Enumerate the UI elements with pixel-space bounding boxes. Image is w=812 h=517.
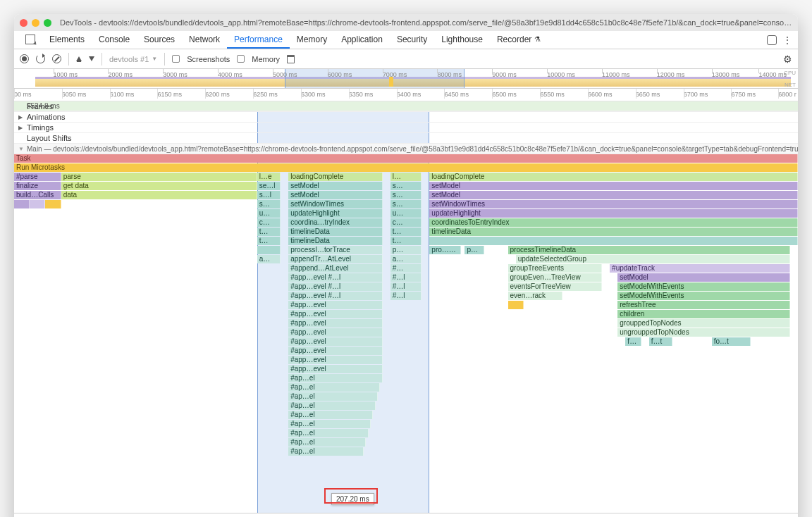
flame-segment[interactable]: Task	[14, 154, 798, 163]
flame-segment[interactable]	[257, 246, 281, 254]
flame-segment[interactable]: l…	[390, 173, 422, 181]
flame-segment[interactable]: #app…evel	[288, 365, 382, 373]
flame-segment[interactable]: #updateTrack	[610, 264, 790, 273]
flame-segment[interactable]: children	[617, 310, 790, 318]
flame-segment[interactable]: #ap…el	[288, 383, 380, 392]
flame-segment[interactable]: t…	[257, 228, 281, 236]
tab-network[interactable]: Network	[182, 31, 227, 49]
flame-segment[interactable]: setModel	[288, 191, 382, 199]
flame-segment[interactable]: #…l	[390, 273, 422, 282]
flame-segment[interactable]: a…	[257, 255, 281, 263]
flame-segment[interactable]: #app…evel	[288, 319, 382, 328]
flame-segment[interactable]: #ap…el	[288, 447, 364, 456]
tab-security[interactable]: Security	[390, 31, 434, 49]
track-frames[interactable]: Frames	[14, 101, 798, 112]
flame-segment[interactable]: grouppedTopNodes	[617, 319, 790, 328]
tab-console[interactable]: Console	[92, 31, 137, 49]
flame-segment[interactable]: ungrouppedTopNodes	[617, 328, 790, 337]
minimize-icon[interactable]	[32, 19, 39, 27]
zoom-ruler[interactable]: 00 ms 6050 ms 6100 ms 6150 ms 6200 ms 62…	[14, 89, 798, 101]
tab-call-tree[interactable]: Call Tree	[125, 513, 176, 517]
flame-segment[interactable]: Run Microtasks	[14, 163, 798, 172]
flame-segment[interactable]: get data	[61, 182, 257, 190]
flame-segment[interactable]: #app…evel #…l	[288, 292, 382, 300]
flame-segment[interactable]: coordinatesToEntryIndex	[429, 218, 798, 227]
flame-segment[interactable]: t…	[257, 237, 281, 245]
flame-segment[interactable]: a…	[390, 255, 422, 263]
flame-segment[interactable]: setModelWithEvents	[617, 292, 790, 300]
flame-segment[interactable]	[45, 200, 61, 208]
flame-segment[interactable]: timelineData	[288, 228, 382, 236]
flame-segment[interactable]: setWindowTimes	[288, 200, 382, 208]
flame-segment[interactable]: l…e	[257, 173, 281, 181]
close-icon[interactable]	[20, 19, 27, 27]
flame-segment[interactable]	[30, 200, 45, 208]
flame-segment[interactable]: timelineData	[288, 237, 382, 245]
tab-elements[interactable]: Elements	[42, 31, 92, 49]
flame-segment[interactable]: u…	[257, 209, 281, 218]
flame-segment[interactable]: build…Calls	[14, 191, 61, 199]
flame-segment[interactable]: groupTreeEvents	[508, 264, 602, 273]
flame-segment[interactable]: s…l	[257, 191, 281, 199]
flame-segment[interactable]: #app…evel #…l	[288, 273, 382, 282]
flame-segment[interactable]: p…a	[465, 246, 484, 254]
flame-segment[interactable]: s…	[390, 191, 422, 199]
flame-segment[interactable]: data	[61, 191, 257, 199]
flame-segment[interactable]: #ap…el	[288, 438, 366, 447]
tab-bottom-up[interactable]: Bottom-Up	[67, 513, 124, 517]
tab-performance[interactable]: Performance	[227, 31, 290, 49]
flame-segment[interactable]: setModel	[617, 273, 790, 282]
flame-segment[interactable]: even…rack	[508, 292, 563, 300]
track-timings[interactable]: ▶Timings	[14, 123, 798, 133]
flame-segment[interactable]: #append…AtLevel	[288, 264, 382, 273]
flame-segment[interactable]: #…l	[390, 282, 422, 291]
flame-segment[interactable]: groupEven…TreeView	[508, 273, 602, 282]
flame-chart[interactable]: TaskRun Microtasks#parseparsel…eloadingC…	[14, 154, 798, 456]
flame-segment[interactable]: timelineData	[429, 228, 798, 236]
flame-segment[interactable]: setModel	[429, 182, 798, 190]
flame-segment[interactable]: appendTr…AtLevel	[288, 255, 382, 263]
more-icon[interactable]: ⋮	[782, 35, 792, 46]
timeline-viewport[interactable]: 00 ms 6050 ms 6100 ms 6150 ms 6200 ms 62…	[14, 89, 798, 513]
flame-segment[interactable]: #app…evel	[288, 301, 382, 309]
flame-segment[interactable]: #ap…el	[288, 401, 375, 410]
flame-segment[interactable]: t…	[390, 228, 422, 236]
download-button[interactable]	[89, 56, 94, 61]
flame-segment[interactable]: f…t	[649, 337, 672, 346]
profile-select[interactable]: devtools #1▼	[109, 55, 157, 63]
flame-segment[interactable]: #…	[390, 264, 422, 273]
flame-segment[interactable]: s…	[257, 200, 281, 208]
reload-record-button[interactable]	[36, 54, 45, 63]
screenshots-checkbox[interactable]	[172, 55, 180, 63]
flame-segment[interactable]: #parse	[14, 173, 61, 181]
flame-segment[interactable]: f…	[625, 337, 641, 346]
flame-segment[interactable]: loadingComplete	[429, 173, 798, 181]
flame-segment[interactable]: #ap…el	[288, 411, 373, 419]
flame-segment[interactable]: #…l	[390, 292, 422, 300]
record-button[interactable]	[20, 54, 29, 63]
flame-segment[interactable]: c…	[257, 218, 281, 227]
maximize-icon[interactable]	[44, 19, 51, 27]
flame-segment[interactable]: processI…torTrace	[288, 246, 382, 254]
flame-segment[interactable]: coordina…tryIndex	[288, 218, 382, 227]
overview-ruler[interactable]: CPU NET 1000 ms 2000 ms 3000 ms 4000 ms …	[14, 69, 798, 89]
tab-lighthouse[interactable]: Lighthouse	[434, 31, 490, 49]
flame-segment[interactable]: setModel	[429, 191, 798, 199]
flame-segment[interactable]: #ap…el	[288, 374, 382, 382]
flame-segment[interactable]: updateHighlight	[429, 209, 798, 218]
capture-settings-icon[interactable]: ⚙	[783, 54, 792, 65]
flame-segment[interactable]: #ap…el	[288, 392, 378, 401]
garbage-collect-button[interactable]	[287, 55, 295, 63]
flame-segment[interactable]: se…l	[257, 182, 281, 190]
flame-segment[interactable]: refreshTree	[617, 301, 790, 309]
flame-segment[interactable]: t…	[390, 237, 422, 245]
tab-memory[interactable]: Memory	[290, 31, 334, 49]
memory-checkbox[interactable]	[237, 55, 245, 63]
flame-segment[interactable]: parse	[61, 173, 257, 181]
flame-segment[interactable]	[14, 200, 30, 208]
flame-segment[interactable]: setWindowTimes	[429, 200, 798, 208]
flame-segment[interactable]: u…	[390, 209, 422, 218]
flame-segment[interactable]: #app…evel #…l	[288, 282, 382, 291]
flame-segment[interactable]: processTimelineData	[508, 246, 790, 254]
tab-summary[interactable]: Summary	[14, 513, 67, 517]
